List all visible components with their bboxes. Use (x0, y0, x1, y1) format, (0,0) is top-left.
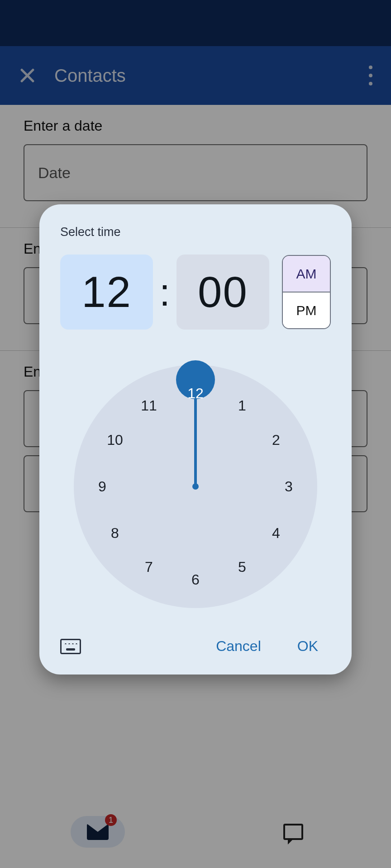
modal-scrim[interactable]: Select time 12 : 00 AM PM 12 1 2 3 4 5 6 (0, 0, 391, 868)
hour-2[interactable]: 2 (262, 426, 290, 453)
time-colon: : (157, 270, 172, 315)
ok-button[interactable]: OK (285, 633, 331, 659)
pm-option[interactable]: PM (283, 292, 330, 328)
hour-10[interactable]: 10 (101, 426, 129, 453)
hour-11[interactable]: 11 (135, 392, 162, 419)
dialog-actions: Cancel OK (60, 633, 331, 659)
clock-center-dot (192, 483, 199, 490)
keyboard-icon[interactable] (60, 639, 81, 654)
hour-4[interactable]: 4 (262, 519, 290, 547)
hour-3[interactable]: 3 (275, 473, 302, 500)
am-option[interactable]: AM (283, 256, 330, 292)
hour-12[interactable]: 12 (182, 380, 209, 407)
time-display-row: 12 : 00 AM PM (60, 255, 331, 330)
time-picker-dialog: Select time 12 : 00 AM PM 12 1 2 3 4 5 6 (39, 204, 352, 675)
cancel-button[interactable]: Cancel (203, 633, 274, 659)
minute-box[interactable]: 00 (176, 255, 269, 330)
ampm-toggle: AM PM (282, 255, 331, 329)
hour-6[interactable]: 6 (182, 566, 209, 593)
hour-9[interactable]: 9 (89, 473, 116, 500)
hour-box[interactable]: 12 (60, 255, 153, 330)
hour-5[interactable]: 5 (229, 553, 256, 580)
hour-7[interactable]: 7 (135, 553, 162, 580)
dialog-title: Select time (60, 225, 331, 239)
clock-face[interactable]: 12 1 2 3 4 5 6 7 8 9 10 11 (74, 365, 317, 608)
hour-8[interactable]: 8 (101, 519, 129, 547)
hour-1[interactable]: 1 (229, 392, 256, 419)
